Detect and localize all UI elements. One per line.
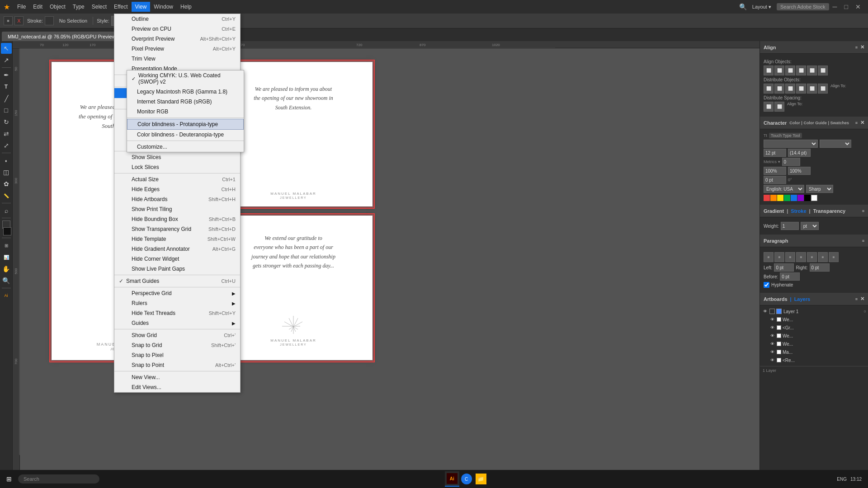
zoom-tool2[interactable]: 🔍 <box>1 275 12 286</box>
dist-h-space-btn[interactable]: ⬜ <box>764 102 774 112</box>
menu-show-grid[interactable]: Show Grid Ctrl+' <box>114 330 240 340</box>
leading-input[interactable] <box>788 149 811 157</box>
scale-h-input[interactable] <box>764 167 786 175</box>
sub-eye-5[interactable]: 👁 <box>769 349 775 355</box>
proof-working-cmyk[interactable]: Working CMYK: U.S. Web Coated (SWOP) v2 <box>127 70 244 87</box>
character-panel-header[interactable]: Character Color | Color Guide | Swatches… <box>760 117 868 129</box>
rotate-tool[interactable]: ↻ <box>1 117 12 127</box>
menu-help[interactable]: Help <box>177 2 195 12</box>
taskbar-search[interactable]: Search <box>18 474 99 483</box>
reflect-tool[interactable]: ⇄ <box>1 128 12 139</box>
menu-snap-to-pixel[interactable]: Snap to Pixel <box>114 350 240 360</box>
taskbar-chrome-icon[interactable]: C <box>459 472 474 486</box>
gradient-tool[interactable]: ◫ <box>1 167 12 178</box>
layout-dropdown[interactable]: Layout ▾ <box>750 4 774 10</box>
menu-outline[interactable]: Outline Ctrl+Y <box>114 14 240 24</box>
swatch-white[interactable] <box>811 195 817 201</box>
align-left-btn[interactable]: ⬜ <box>764 66 774 75</box>
menu-snap-to-point[interactable]: Snap to Point Alt+Ctrl+' <box>114 360 240 370</box>
touch-type-tool[interactable]: Touch Type Tool <box>769 133 802 138</box>
line-tool[interactable]: ╱ <box>1 93 12 104</box>
sub-layer-we2[interactable]: 👁 We... <box>760 332 868 340</box>
layer-1-row[interactable]: 👁 Layer 1 ○ <box>760 307 868 315</box>
proof-customize[interactable]: Customize... <box>127 142 244 152</box>
menu-overprint-preview[interactable]: Overprint Preview Alt+Shift+Ctrl+Y <box>114 34 240 44</box>
stroke-color[interactable] <box>3 227 11 235</box>
sub-layer-we3[interactable]: 👁 We... <box>760 340 868 348</box>
menu-show-slices[interactable]: Show Slices <box>114 152 240 162</box>
sub-layer-man[interactable]: 👁 Ma... <box>760 348 868 356</box>
menu-show-transparency-grid[interactable]: Show Transparency Grid Shift+Ctrl+D <box>114 224 240 234</box>
para-before-input[interactable] <box>780 272 800 281</box>
swatch-purple[interactable] <box>797 195 804 201</box>
direct-select-tool[interactable]: ↗ <box>1 55 12 66</box>
align-center-h-btn[interactable]: ⬜ <box>774 66 784 75</box>
menu-select[interactable]: Select <box>88 2 110 12</box>
swatch-green[interactable] <box>784 195 790 201</box>
menu-perspective-grid[interactable]: Perspective Grid ▶ <box>114 288 240 298</box>
scale-tool[interactable]: ⤢ <box>1 140 12 151</box>
paintbucket-tool[interactable]: ⬧ <box>1 155 12 166</box>
menu-smart-guides[interactable]: ✓ Smart Guides Ctrl+U <box>114 276 240 286</box>
menu-show-print-tiling[interactable]: Show Print Tiling <box>114 204 240 214</box>
menu-actual-size[interactable]: Actual Size Ctrl+1 <box>114 174 240 184</box>
ai-icon[interactable]: Ai <box>1 290 12 301</box>
stroke-weight-input[interactable] <box>781 222 799 230</box>
type-tool[interactable]: T <box>1 81 12 92</box>
gradient-stroke-header[interactable]: Gradient | Stroke | Transparency ≡ <box>760 205 868 217</box>
sub-layer-re[interactable]: 👁 <Re... <box>760 356 868 364</box>
stroke-unit-select[interactable]: pt <box>801 222 819 230</box>
para-justify-center[interactable]: ≡ <box>807 252 817 262</box>
menu-edit[interactable]: Edit <box>29 2 46 12</box>
layers-close-icon[interactable]: ✕ <box>860 296 864 302</box>
sub-eye-4[interactable]: 👁 <box>769 341 775 347</box>
window-close[interactable]: ✕ <box>852 3 864 10</box>
artboard-tool[interactable]: ⊞ <box>1 240 12 251</box>
dist-hcenter-btn[interactable]: ⬜ <box>807 84 817 94</box>
dist-left-btn[interactable]: ⬜ <box>796 84 806 94</box>
swatch-red[interactable] <box>764 195 770 201</box>
rect-tool[interactable]: □ <box>1 105 12 116</box>
app-icon[interactable]: ★ <box>4 3 10 11</box>
menu-guides[interactable]: Guides ▶ <box>114 318 240 328</box>
window-maximize[interactable]: □ <box>841 3 852 10</box>
font-family-select[interactable]: Myriad Pro <box>764 140 818 148</box>
eyedropper-tool[interactable]: ✿ <box>1 178 12 189</box>
search-stock[interactable]: Search Adobe Stock <box>777 3 829 10</box>
menu-snap-to-grid[interactable]: Snap to Grid Shift+Ctrl+' <box>114 340 240 350</box>
layer-lock-icon[interactable] <box>769 309 775 314</box>
menu-effect[interactable]: Effect <box>110 2 131 12</box>
search-icon[interactable]: 🔍 <box>736 3 750 10</box>
menu-hide-template[interactable]: Hide Template Shift+Ctrl+W <box>114 234 240 244</box>
hyphenate-checkbox[interactable] <box>764 282 769 288</box>
start-btn[interactable]: ⊞ <box>3 474 15 484</box>
menu-hide-text-threads[interactable]: Hide Text Threads Shift+Ctrl+Y <box>114 308 240 318</box>
align-right-btn[interactable]: ⬜ <box>785 66 795 75</box>
pen-tool[interactable]: ✒ <box>1 70 12 80</box>
anti-alias-select[interactable]: Sharp <box>806 185 833 193</box>
taskbar-files-icon[interactable]: 📁 <box>474 472 488 486</box>
lang-select[interactable]: English: USA <box>764 185 804 193</box>
menu-view[interactable]: View <box>132 2 151 12</box>
tracking-input[interactable] <box>782 158 800 166</box>
sub-layer-g[interactable]: 👁 <Gr... <box>760 324 868 332</box>
menu-object[interactable]: Object <box>46 2 69 12</box>
para-justify-left[interactable]: ≡ <box>796 252 806 262</box>
baseline-input[interactable] <box>764 176 786 184</box>
selection-tool[interactable]: ↖ <box>1 43 12 54</box>
para-align-center[interactable]: ≡ <box>774 252 784 262</box>
dist-v-space-btn[interactable]: ⬜ <box>774 102 784 112</box>
menu-window[interactable]: Window <box>150 2 177 12</box>
sub-eye-3[interactable]: 👁 <box>769 333 775 339</box>
menu-edit-views[interactable]: Edit Views... <box>114 382 240 392</box>
zoom-tool[interactable]: ⌕ <box>1 205 12 216</box>
menu-hide-artboards[interactable]: Hide Artboards Shift+Ctrl+H <box>114 194 240 204</box>
dist-vcenter-btn[interactable]: ⬜ <box>774 84 784 94</box>
align-top-btn[interactable]: ⬜ <box>796 66 806 75</box>
proof-deuteranopia[interactable]: Color blindness - Deuteranopia-type <box>127 130 244 140</box>
menu-hide-edges[interactable]: Hide Edges Ctrl+H <box>114 184 240 194</box>
paragraph-panel-header[interactable]: Paragraph ≡ <box>760 235 868 247</box>
menu-trim-view[interactable]: Trim View <box>114 54 240 64</box>
swatch-orange[interactable] <box>770 195 777 201</box>
menu-hide-bounding-box[interactable]: Hide Bounding Box Shift+Ctrl+B <box>114 214 240 224</box>
